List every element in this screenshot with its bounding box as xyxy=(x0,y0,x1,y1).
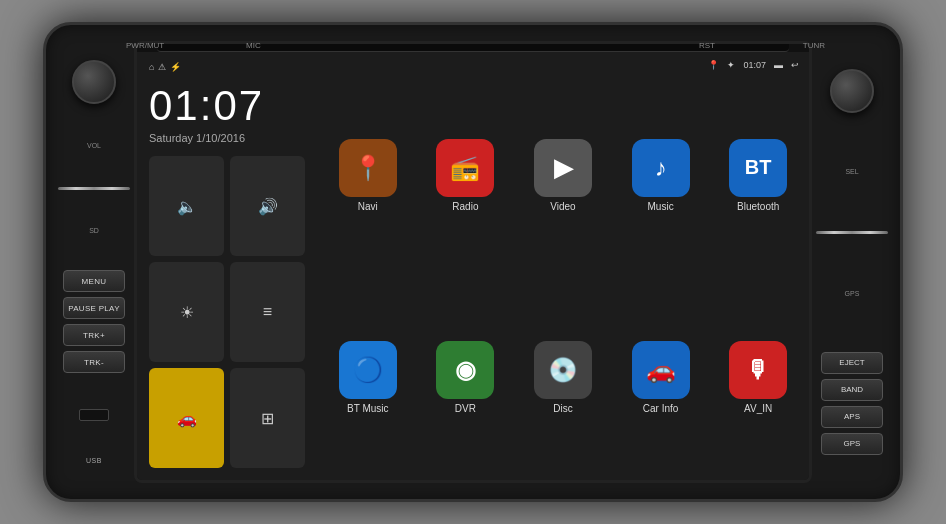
car-button[interactable]: 🚗 xyxy=(149,368,224,468)
pwr-knob[interactable] xyxy=(72,60,116,104)
music-label: Music xyxy=(648,201,674,212)
navi-label: Navi xyxy=(358,201,378,212)
sel-label: SEL xyxy=(845,168,858,175)
app-bluetooth[interactable]: BT Bluetooth xyxy=(713,78,803,272)
app-carinfo[interactable]: 🚗 Car Info xyxy=(616,280,706,474)
app-avin[interactable]: 🎙 AV_IN xyxy=(713,280,803,474)
music-icon: ♪ xyxy=(632,139,690,197)
app-dvr[interactable]: ◉ DVR xyxy=(421,280,511,474)
sd-label: SD xyxy=(89,227,99,234)
app-radio[interactable]: 📻 Radio xyxy=(421,78,511,272)
pause-play-button[interactable]: PAUSE PLAY xyxy=(63,297,125,319)
location-icon: 📍 xyxy=(708,60,719,70)
screen-bezel: ⌂ ⚠ ⚡ 01:07 Saturday 1/10/2016 🔈 🔊 ☀ ≡ 🚗… xyxy=(134,41,812,483)
app-music[interactable]: ♪ Music xyxy=(616,78,706,272)
brightness-button[interactable]: ☀ xyxy=(149,262,224,362)
android-screen: ⌂ ⚠ ⚡ 01:07 Saturday 1/10/2016 🔈 🔊 ☀ ≡ 🚗… xyxy=(137,52,809,480)
apps-button[interactable]: ⊞ xyxy=(230,368,305,468)
trk-plus-button[interactable]: TRK+ xyxy=(63,324,125,346)
volume-down-button[interactable]: 🔈 xyxy=(149,156,224,256)
equalizer-button[interactable]: ≡ xyxy=(230,262,305,362)
radio-label: Radio xyxy=(452,201,478,212)
usb-label: USB xyxy=(86,457,102,464)
dvr-icon: ◉ xyxy=(436,341,494,399)
disc-label: Disc xyxy=(553,403,572,414)
date-display: Saturday 1/10/2016 xyxy=(149,132,309,144)
aps-button[interactable]: APS xyxy=(821,406,883,428)
vol-label: VOL xyxy=(87,142,101,149)
left-panel: VOL SD MENU PAUSE PLAY TRK+ TRK- USB xyxy=(54,37,134,487)
avin-label: AV_IN xyxy=(744,403,772,414)
btmusic-label: BT Music xyxy=(347,403,389,414)
usb-port[interactable] xyxy=(79,409,109,421)
dvr-label: DVR xyxy=(455,403,476,414)
app-video[interactable]: ▶ Video xyxy=(518,78,608,272)
gps-side-label: GPS xyxy=(845,290,860,297)
trk-minus-button[interactable]: TRK- xyxy=(63,351,125,373)
disc-icon: 💿 xyxy=(534,341,592,399)
app-grid: 📍 Navi 📻 Radio ▶ Video ♪ xyxy=(323,78,803,474)
center-area: ⌂ ⚠ ⚡ 01:07 Saturday 1/10/2016 🔈 🔊 ☀ ≡ 🚗… xyxy=(134,37,812,487)
top-status-bar: 📍 ✦ 01:07 ▬ ↩ xyxy=(323,58,803,72)
radio-icon: 📻 xyxy=(436,139,494,197)
avin-icon: 🎙 xyxy=(729,341,787,399)
left-status-icons: ⌂ ⚠ ⚡ xyxy=(149,62,181,72)
right-panel: SEL GPS EJECT BAND APS GPS xyxy=(812,37,892,487)
eject-button[interactable]: EJECT xyxy=(821,352,883,374)
status-bar: ⌂ ⚠ ⚡ xyxy=(145,60,309,74)
navi-icon: 📍 xyxy=(339,139,397,197)
video-label: Video xyxy=(550,201,575,212)
carinfo-label: Car Info xyxy=(643,403,679,414)
warning-icon: ⚠ xyxy=(158,62,166,72)
back-icon: ↩ xyxy=(791,60,799,70)
app-disc[interactable]: 💿 Disc xyxy=(518,280,608,474)
trim-left xyxy=(58,187,130,190)
home-icon: ⌂ xyxy=(149,62,154,72)
tunr-label: TUNR xyxy=(803,41,825,50)
right-buttons: EJECT BAND APS GPS xyxy=(816,352,888,455)
btmusic-icon: 🔵 xyxy=(339,341,397,399)
video-icon: ▶ xyxy=(534,139,592,197)
clock-display: 01:07 xyxy=(149,82,309,130)
trim-right xyxy=(816,231,888,234)
app-btmusic[interactable]: 🔵 BT Music xyxy=(323,280,413,474)
pwr-mut-label: PWR/MUT xyxy=(126,41,164,50)
quick-controls: 🔈 🔊 ☀ ≡ 🚗 ⊞ xyxy=(145,152,309,472)
tuner-knob[interactable] xyxy=(830,69,874,113)
carinfo-icon: 🚗 xyxy=(632,341,690,399)
bluetooth-status-icon: ✦ xyxy=(727,60,735,70)
usb-icon: ⚡ xyxy=(170,62,181,72)
screen-left: ⌂ ⚠ ⚡ 01:07 Saturday 1/10/2016 🔈 🔊 ☀ ≡ 🚗… xyxy=(137,52,317,480)
app-navi[interactable]: 📍 Navi xyxy=(323,78,413,272)
bluetooth-icon: BT xyxy=(729,139,787,197)
battery-icon: ▬ xyxy=(774,60,783,70)
band-button[interactable]: BAND xyxy=(821,379,883,401)
screen-right: 📍 ✦ 01:07 ▬ ↩ 📍 Navi 📻 Radio xyxy=(317,52,809,480)
car-unit: PWR/MUT MIC RST TUNR VOL SD MENU PAUSE P… xyxy=(43,22,903,502)
time-display: 01:07 xyxy=(743,60,766,70)
left-buttons: MENU PAUSE PLAY TRK+ TRK- xyxy=(58,270,130,373)
menu-button[interactable]: MENU xyxy=(63,270,125,292)
mic-label: MIC xyxy=(246,41,261,50)
volume-up-button[interactable]: 🔊 xyxy=(230,156,305,256)
rst-label: RST xyxy=(699,41,715,50)
gps-button[interactable]: GPS xyxy=(821,433,883,455)
bluetooth-label: Bluetooth xyxy=(737,201,779,212)
